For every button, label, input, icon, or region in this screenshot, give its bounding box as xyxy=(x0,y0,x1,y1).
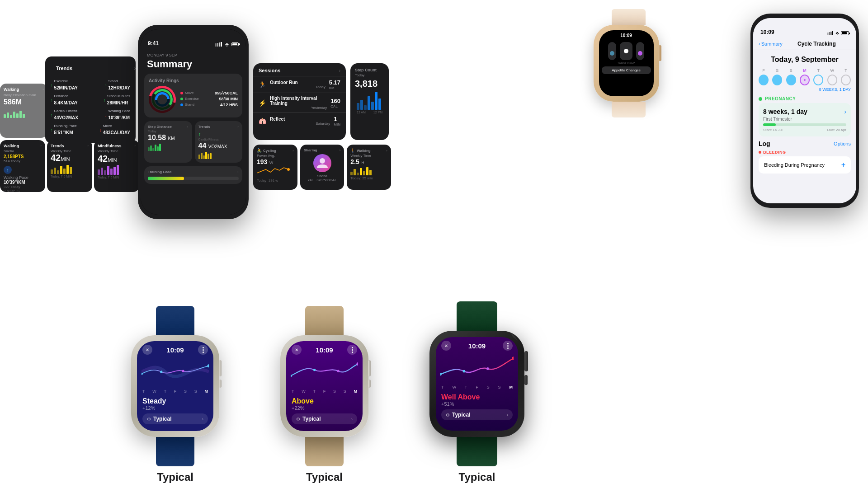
exercise-value: 52MIN/DAY xyxy=(54,85,78,90)
svg-point-18 xyxy=(313,369,316,371)
watch2-button xyxy=(368,380,371,388)
watch1-menu-btn[interactable] xyxy=(198,345,208,355)
watch1-band-bottom xyxy=(156,437,194,466)
watch2-day-labels: T W T F S S M xyxy=(286,387,363,395)
watch-1-container: ✕ 10:09 xyxy=(131,306,219,483)
cycling-icon: 🚴 xyxy=(257,148,262,153)
cycle-nav: ‹ Summary Cycle Tracking xyxy=(753,38,856,50)
iphone-right: 10:09 ‹ Summary Cycle Tracking Today, 9 … xyxy=(750,14,859,208)
sharing-label: Sharing xyxy=(304,148,317,152)
watch3-band-bottom xyxy=(457,437,497,466)
log-header: Log Options xyxy=(759,140,851,147)
trends-title: Trends xyxy=(56,66,72,71)
watch1-typical-icon: ⚙ xyxy=(147,417,151,422)
session-2-unit: CAL xyxy=(330,104,340,108)
svg-point-16 xyxy=(207,364,209,367)
preg-weeks: 8 weeks, xyxy=(763,108,789,115)
log-options[interactable]: Options xyxy=(834,141,851,146)
exercise-stat-label: Exercise xyxy=(185,97,217,101)
cal-circle-2 xyxy=(772,75,782,85)
watch1-x-btn[interactable]: ✕ xyxy=(142,345,152,355)
watch-pills-row xyxy=(599,42,654,60)
exercise-stat-value: 58/30 MIN xyxy=(219,97,238,101)
walking-bottom-label: Walking xyxy=(357,149,370,153)
walking-arrow: ↓ xyxy=(105,113,107,117)
watch-crown xyxy=(658,45,661,61)
walking-icon: 🚶 xyxy=(350,148,355,153)
cal-circles xyxy=(759,75,851,85)
today-dot xyxy=(804,79,806,81)
watch2-percent: +22% xyxy=(292,405,357,411)
bleeding-label: BLEEDING xyxy=(759,150,851,155)
log-section: Log Options BLEEDING Bleeding During Pre… xyxy=(759,140,851,174)
distance-arrow: ↑ xyxy=(51,98,53,103)
walking-label: Walking Pace xyxy=(108,109,130,113)
ir-icons xyxy=(827,31,849,35)
session-2-name: High Intensity Interval Training xyxy=(270,96,327,106)
stand-stat-label: Stand xyxy=(185,103,218,107)
svg-rect-0 xyxy=(215,43,217,47)
cycling-widget: 🚴 Cycling › Power Avg. 193 W Today: 191 … xyxy=(253,145,297,190)
ts-title: Trends xyxy=(51,144,64,148)
add-bleeding-btn[interactable]: + xyxy=(841,161,845,169)
cycle-back-btn[interactable]: ‹ Summary xyxy=(759,41,783,47)
exercise-label: Exercise xyxy=(54,79,78,83)
walking-value: 2.5 H xyxy=(350,158,387,166)
watch3-readiness: Well Above xyxy=(441,393,513,401)
cal-day-labels: F S S M T W T xyxy=(759,68,851,73)
ww-title: Walking xyxy=(4,87,19,92)
bottom-widgets-row: 🚴 Cycling › Power Avg. 193 W Today: 191 … xyxy=(253,145,391,190)
watch3-time: 10:09 xyxy=(468,342,486,350)
walking-widget-bottom: 🚶 Walking › Weekly Time 2.5 H Today: 25 … xyxy=(347,145,391,190)
move-stat-label: Move xyxy=(185,91,213,95)
weeks-label: 8 WEEKS, 1 DAY xyxy=(759,87,851,92)
standmin-arrow: ↑ xyxy=(104,98,106,103)
cycling-label: Cycling xyxy=(263,149,276,153)
watch2-x-btn[interactable]: ✕ xyxy=(292,345,302,355)
watch-band-bottom xyxy=(612,102,646,117)
watch3-x-btn[interactable]: ✕ xyxy=(441,341,451,351)
watch-feature-btn[interactable]: Appetite Changes xyxy=(602,66,651,74)
trends-card-label: Trends xyxy=(198,125,210,129)
exercise-dot xyxy=(180,98,183,100)
preg-dates-row: Start: 14 Jul Due: 20 Apr xyxy=(763,128,846,132)
watch3-typical-row[interactable]: ⚙ Typical › xyxy=(441,409,513,420)
activity-rings-title: Activity Rings xyxy=(149,78,238,83)
watch3-bottom: Well Above +51% ⚙ Typical › xyxy=(436,391,518,424)
preg-start: Start: 14 Jul xyxy=(763,128,783,132)
watch2-menu-btn[interactable] xyxy=(347,345,357,355)
sharing-title: Sharing › xyxy=(304,148,341,152)
preg-chevron: › xyxy=(844,108,846,115)
watch2-typical-row[interactable]: ⚙ Typical › xyxy=(292,413,357,424)
watch1-typical-row[interactable]: ⚙ Typical › xyxy=(142,413,208,424)
move-arrow: ↓ xyxy=(99,128,102,132)
cardio-arrow: ↑ xyxy=(51,113,53,117)
watch3-percent: +51% xyxy=(441,401,513,407)
watch3-menu-btn[interactable] xyxy=(503,341,513,351)
iphone-time: 9:41 xyxy=(148,40,159,47)
svg-rect-9 xyxy=(829,32,830,35)
stand-stat-value: 4/12 HRS xyxy=(220,103,238,107)
watch3-typical-icon: ⚙ xyxy=(446,413,450,418)
session-1-info: Outdoor Run Today xyxy=(270,80,326,89)
watch-time-display: 10:09 xyxy=(620,33,632,38)
watch-pill-left xyxy=(608,42,616,60)
watch2-readiness: Above xyxy=(292,397,357,405)
mindfulness-widget: Mindfulness › Weekly Time 42MIN Today: 7… xyxy=(94,140,139,192)
session-3-info: Reflect Saturday xyxy=(270,117,330,126)
session-1-unit: KM xyxy=(329,86,340,90)
session-3: 🫁 Reflect Saturday 1 MIN xyxy=(253,113,346,129)
sharing-widget: Sharing › Sneha 74L · 370/500CAL xyxy=(300,145,344,190)
cal-circle-1 xyxy=(759,75,769,85)
svg-point-7 xyxy=(320,158,325,164)
svg-point-23 xyxy=(486,367,489,370)
stand-dot xyxy=(180,103,183,106)
watch1-bottom: Steady +12% ⚙ Typical › xyxy=(137,395,213,428)
cal-circle-7 xyxy=(841,75,851,85)
pill-left-dot xyxy=(610,51,614,56)
preg-progress-fill xyxy=(763,123,776,126)
watch1-band-top xyxy=(156,306,194,335)
svg-rect-1 xyxy=(217,43,218,47)
cycling-title: 🚴 Cycling › xyxy=(257,148,294,153)
watch2-time: 10:09 xyxy=(316,346,333,354)
